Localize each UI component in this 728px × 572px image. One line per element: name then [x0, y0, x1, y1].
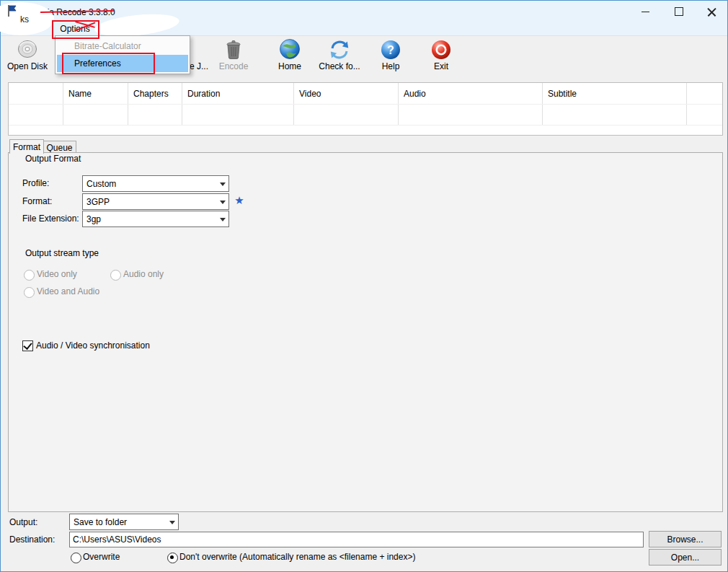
overwrite-label: Overwrite [83, 552, 120, 562]
job-table: Name Chapters Duration Video Audio Subti… [8, 82, 723, 136]
av-sync-label: Audio / Video synchronisation [36, 340, 150, 351]
chevron-down-icon [217, 176, 228, 191]
refresh-icon [329, 38, 350, 60]
video-only-label: Video only [37, 269, 77, 279]
dont-overwrite-radio[interactable] [167, 553, 178, 563]
toolbar-button-exit[interactable]: Exit [421, 38, 461, 74]
toolbar-button-open-disk[interactable]: Open Disk [5, 38, 50, 74]
audio-only-label: Audio only [123, 269, 164, 279]
toolbar-label: Encode [219, 61, 249, 71]
destination-input[interactable] [69, 532, 644, 547]
close-icon [707, 7, 716, 17]
maximize-icon [675, 7, 683, 16]
maximize-button[interactable] [662, 1, 696, 22]
tab-format[interactable]: Format [9, 139, 44, 154]
column-header-duration[interactable]: Duration [187, 89, 220, 99]
svg-text:?: ? [387, 44, 394, 56]
toolbar-button-home[interactable]: Home [270, 38, 310, 74]
browse-button[interactable]: Browse... [649, 531, 722, 547]
output-mode-select[interactable]: Save to folder [69, 514, 179, 530]
globe-icon [279, 38, 301, 60]
minimize-icon [642, 12, 649, 12]
disc-icon [17, 38, 38, 60]
format-label: Format: [22, 196, 52, 206]
toolbar-label: Check fo... [319, 61, 360, 71]
column-header-audio[interactable]: Audio [404, 89, 426, 99]
column-header-video[interactable]: Video [299, 89, 321, 99]
toolbar-label: Help [382, 61, 400, 71]
chevron-down-icon [217, 194, 228, 209]
column-header-name[interactable]: Name [68, 89, 92, 99]
options-dropdown-menu: Bitrate-Calculator Preferences [55, 35, 190, 74]
toolbar-button-check-updates[interactable]: Check fo... [316, 38, 363, 74]
app-flag-icon [6, 4, 18, 20]
dont-overwrite-label: Don't overwrite (Automatically rename as… [179, 552, 415, 562]
profile-select[interactable]: Custom [82, 175, 229, 192]
toolbar-button-help[interactable]: ? Help [370, 38, 411, 74]
menu-item-preferences[interactable]: Preferences [57, 55, 188, 72]
open-button[interactable]: Open... [649, 549, 722, 566]
destination-label: Destination: [9, 534, 55, 545]
help-icon: ? [381, 38, 401, 60]
file-extension-label: File Extension: [22, 214, 79, 224]
overwrite-radio[interactable] [71, 553, 81, 563]
toolbar-label: Exit [434, 61, 448, 71]
file-extension-select[interactable]: 3gp [82, 211, 229, 227]
output-format-group-title: Output Format [22, 154, 84, 164]
av-sync-checkbox[interactable] [22, 340, 33, 351]
exit-power-icon [431, 38, 451, 60]
close-button[interactable] [696, 1, 728, 22]
output-label: Output: [9, 517, 37, 527]
toolbar-label: Home [278, 61, 301, 71]
stream-type-group-title: Output stream type [22, 248, 102, 258]
column-header-subtitle[interactable]: Subtitle [548, 89, 577, 99]
app-window: dia Recode 3.3.8.0 ks Options Open Disk [0, 0, 728, 572]
chevron-down-icon [217, 211, 228, 226]
video-and-audio-radio [24, 287, 35, 298]
chevron-down-icon [167, 514, 178, 529]
format-select[interactable]: 3GPP [82, 193, 229, 210]
encode-icon [225, 38, 242, 60]
favorite-star-button[interactable]: ★ [231, 193, 247, 208]
toolbar-label: Open Disk [7, 61, 48, 71]
toolbar-button-truncated[interactable]: e J... [190, 61, 216, 71]
minimize-button[interactable] [629, 1, 662, 22]
audio-only-radio [110, 270, 121, 281]
video-and-audio-label: Video and Audio [37, 286, 99, 296]
menu-item-bitrate-calculator: Bitrate-Calculator [57, 38, 188, 55]
toolbar-button-encode: Encode [213, 38, 254, 74]
column-header-chapters[interactable]: Chapters [133, 89, 169, 99]
stray-title-text: ks [20, 14, 29, 25]
profile-label: Profile: [22, 178, 49, 188]
video-only-radio [24, 270, 35, 281]
